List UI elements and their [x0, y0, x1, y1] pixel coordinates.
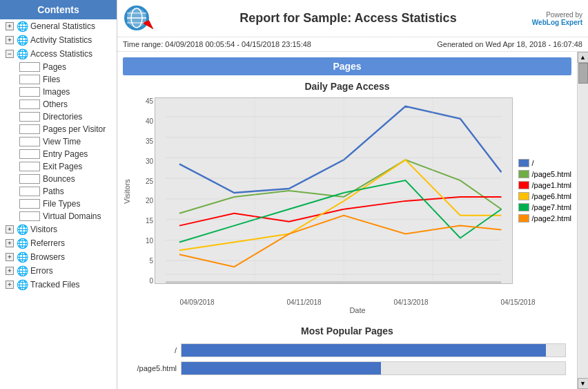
label-others: Others: [43, 99, 68, 109]
expand-icon-visitors[interactable]: +: [6, 225, 14, 234]
bar-label-root: /: [128, 346, 177, 354]
page-icon-directories: [19, 112, 40, 122]
page-icon-file-types: [19, 199, 40, 209]
sidebar-item-view-time[interactable]: View Time: [0, 135, 117, 148]
legend-item-page2: /page2.html: [518, 214, 571, 222]
legend-label-page6: /page6.html: [532, 192, 571, 200]
legend-color-page1: [518, 181, 529, 189]
pages-section-header: Pages: [123, 57, 571, 75]
page-icon-entry-pages: [19, 149, 40, 159]
scroll-track[interactable]: [578, 63, 588, 378]
sidebar-label-general: General Statistics: [30, 21, 95, 31]
legend-label-page5: /page5.html: [532, 170, 571, 178]
sidebar-item-paths[interactable]: Paths: [0, 185, 117, 198]
expand-icon-activity[interactable]: +: [6, 36, 14, 44]
page-icon-view-time: [19, 137, 40, 146]
powered-by-link[interactable]: WebLog Expert: [532, 19, 582, 26]
sidebar-item-tracked-files[interactable]: + 🌐 Tracked Files: [0, 278, 117, 292]
legend-label-page2: /page2.html: [532, 214, 571, 222]
line-chart-container: Visitors 45 40 35 30 25 20 15 10 5 0: [123, 97, 571, 286]
scroll-thumb[interactable]: [578, 63, 588, 84]
label-paths: Paths: [43, 187, 64, 196]
legend-item-page6: /page6.html: [518, 192, 571, 200]
sidebar-item-visitors[interactable]: + 🌐 Visitors: [0, 222, 117, 236]
bar-row-page5: /page5.html: [128, 361, 566, 375]
sidebar-item-bounces[interactable]: Bounces: [0, 173, 117, 185]
line-chart-svg: [155, 97, 513, 284]
sidebar-item-referrers[interactable]: + 🌐 Referrers: [0, 236, 117, 250]
sidebar-label-referrers: Referrers: [30, 238, 65, 248]
x-tick-3: 04/13/2018: [393, 298, 428, 306]
page-icon-images: [19, 87, 40, 97]
x-tick-1: 04/09/2018: [179, 298, 214, 306]
legend-label-page7: /page7.html: [532, 203, 571, 211]
page-title: Report for Sample: Access Statistics: [164, 11, 532, 26]
page-icon-others: [19, 99, 40, 109]
expand-icon-errors[interactable]: +: [6, 267, 14, 275]
sidebar-item-access-statistics[interactable]: − 🌐 Access Statistics: [0, 47, 117, 61]
globe-icon-errors: 🌐: [17, 265, 28, 276]
sidebar-item-others[interactable]: Others: [0, 98, 117, 111]
label-images: Images: [43, 87, 70, 97]
legend-color-page6: [518, 192, 529, 200]
page-icon-paths: [19, 187, 40, 196]
sidebar-label-browsers: Browsers: [30, 252, 65, 262]
globe-icon-general: 🌐: [17, 21, 28, 32]
sidebar-item-browsers[interactable]: + 🌐 Browsers: [0, 250, 117, 264]
sidebar-label-tracked: Tracked Files: [30, 280, 80, 290]
scroll-up-button[interactable]: ▲: [578, 52, 589, 63]
legend-color-page2: [518, 214, 529, 222]
label-entry-pages: Entry Pages: [43, 149, 88, 159]
page-icon-files: [19, 75, 40, 84]
expand-icon-general[interactable]: +: [6, 22, 14, 30]
globe-icon-referrers: 🌐: [17, 238, 28, 249]
main-panel: Report for Sample: Access Statistics Pow…: [117, 0, 588, 389]
sidebar-item-exit-pages[interactable]: Exit Pages: [0, 160, 117, 173]
bar-label-page5: /page5.html: [128, 364, 177, 372]
x-axis-title: Date: [123, 306, 571, 314]
svg-marker-17: [166, 281, 501, 283]
expand-icon-referrers[interactable]: +: [6, 239, 14, 247]
sidebar-item-directories[interactable]: Directories: [0, 111, 117, 123]
bar-chart-title: Most Popular Pages: [123, 325, 571, 336]
sidebar-label-access: Access Statistics: [30, 49, 92, 59]
page-icon-ppv: [19, 124, 40, 134]
label-ppv: Pages per Visitor: [43, 124, 106, 134]
globe-icon-activity: 🌐: [17, 35, 28, 46]
header: Report for Sample: Access Statistics Pow…: [117, 0, 588, 37]
page-icon-exit-pages: [19, 162, 40, 171]
sidebar-item-virtual-domains[interactable]: Virtual Domains: [0, 210, 117, 222]
sidebar-item-pages[interactable]: Pages: [0, 61, 117, 73]
expand-icon-access[interactable]: −: [6, 50, 14, 58]
label-virtual-domains: Virtual Domains: [43, 211, 101, 221]
sidebar-item-file-types[interactable]: File Types: [0, 198, 117, 210]
globe-icon-tracked: 🌐: [17, 279, 28, 290]
time-range-bar: Time range: 04/09/2018 00:05:54 - 04/15/…: [117, 37, 588, 52]
sidebar-label-activity: Activity Statistics: [30, 35, 92, 45]
sidebar-item-pages-per-visitor[interactable]: Pages per Visitor: [0, 123, 117, 135]
sidebar-item-activity-statistics[interactable]: + 🌐 Activity Statistics: [0, 33, 117, 47]
expand-icon-browsers[interactable]: +: [6, 253, 14, 261]
scroll-down-button[interactable]: ▼: [578, 378, 589, 389]
sidebar-item-images[interactable]: Images: [0, 86, 117, 98]
chart-legend: / /page5.html /page1.html /page6.html: [518, 97, 571, 286]
powered-by: Powered by WebLog Expert: [532, 11, 582, 26]
scrollbar[interactable]: ▲ ▼: [577, 52, 588, 389]
sidebar-item-general-statistics[interactable]: + 🌐 General Statistics: [0, 19, 117, 33]
bar-row-root: /: [128, 343, 566, 357]
page-icon-virtual-domains: [19, 211, 40, 221]
bar-fill-root: [182, 344, 546, 357]
legend-label-page1: /page1.html: [532, 181, 571, 189]
chart-svg-area: [155, 97, 513, 286]
sidebar-item-errors[interactable]: + 🌐 Errors: [0, 264, 117, 278]
label-view-time: View Time: [43, 137, 81, 146]
expand-icon-tracked[interactable]: +: [6, 281, 14, 289]
page-icon-bounces: [19, 174, 40, 184]
sidebar-item-files[interactable]: Files: [0, 73, 117, 86]
sidebar-item-entry-pages[interactable]: Entry Pages: [0, 148, 117, 160]
bar-fill-page5: [182, 362, 381, 374]
generated-text: Generated on Wed Apr 18, 2018 - 16:07:48: [437, 40, 582, 48]
bar-outer-root: [181, 343, 566, 357]
label-directories: Directories: [43, 112, 82, 122]
legend-color-page5: [518, 170, 529, 178]
